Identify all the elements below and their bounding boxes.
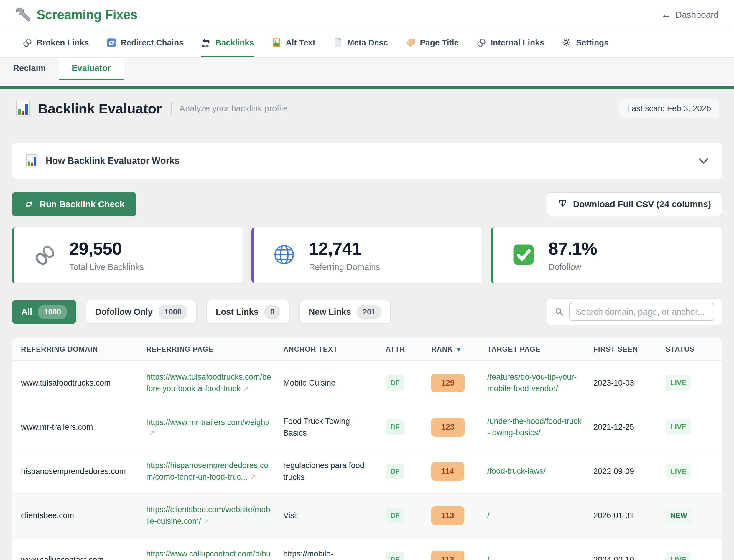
col-attr[interactable]: Attr [386, 345, 431, 353]
rank-badge: 113 [431, 551, 464, 560]
first-seen-date: 2024-02-10 [593, 555, 666, 560]
attr-badge: DF [386, 464, 404, 479]
referring-domain: www.callupcontact.com [21, 555, 146, 560]
sort-desc-icon: ▼ [456, 346, 462, 353]
referring-domain: clientsbee.com [21, 511, 146, 520]
external-link-icon: ↗ [149, 429, 154, 437]
search-box [547, 298, 722, 325]
download-button-label: Download Full CSV (24 columns) [573, 199, 711, 209]
tab-redirect-chains[interactable]: Redirect Chains [106, 29, 183, 57]
table-row: hispanosemprendedores.com https://hispan… [12, 449, 722, 494]
filter-count-badge: 1000 [159, 305, 187, 319]
bar-chart-icon [15, 100, 31, 117]
stat-referring-domains: 12,741 Referring Domains [251, 227, 483, 284]
framed-picture-icon [271, 38, 282, 48]
tab-backlinks[interactable]: BACK Backlinks [201, 29, 254, 57]
filter-count-badge: 1000 [38, 305, 67, 319]
table-row: clientsbee.com https://clientsbee.com/we… [12, 494, 722, 538]
tab-label: Backlinks [215, 38, 254, 47]
col-referring-domain[interactable]: Referring Domain [21, 345, 146, 353]
col-target-page[interactable]: Target Page [487, 345, 593, 353]
stat-value: 87.1% [548, 238, 597, 259]
tab-label: Broken Links [37, 38, 89, 47]
svg-text:BACK: BACK [202, 45, 210, 47]
target-page-link[interactable]: /food-truck-laws/ [487, 467, 546, 475]
tab-label: Meta Desc [347, 38, 388, 47]
referring-domain: hispanosemprendedores.com [21, 467, 146, 476]
anchor-text: Food Truck Towing Basics [283, 415, 386, 439]
app-logo: Screaming Fixes [15, 7, 137, 22]
page-body: Backlink Evaluator Analyze your backlink… [0, 89, 734, 560]
actions-row: Run Backlink Check Download Full CSV (24… [12, 192, 722, 216]
dashboard-link[interactable]: ← Dashboard [661, 9, 719, 20]
tab-label: Internal Links [491, 38, 544, 47]
tab-internal-links[interactable]: Internal Links [476, 29, 544, 57]
attr-badge: DF [386, 375, 404, 391]
tab-label: Settings [576, 38, 608, 47]
anchor-text: regulaciones para food trucks [283, 459, 386, 483]
back-arrow-icon: ← [661, 9, 671, 20]
tab-settings[interactable]: Settings [562, 29, 608, 57]
run-button-label: Run Backlink Check [40, 199, 124, 209]
attr-badge: DF [386, 419, 404, 435]
gear-icon [562, 38, 572, 48]
back-arrow-icon: BACK [201, 38, 211, 48]
referring-page-link[interactable]: https://www.tulsafoodtrucks.com/before-y… [146, 373, 271, 393]
page-subtitle: Analyze your backlink profile [180, 104, 288, 113]
tag-icon [406, 38, 416, 48]
accordion-title: How Backlink Evaluator Works [46, 156, 180, 166]
subtab-label: Evaluator [72, 63, 111, 73]
table-row: www.mr-trailers.com https://www.mr-trail… [12, 405, 722, 449]
sub-nav: Reclaim Evaluator [0, 58, 734, 86]
tab-label: Alt Text [286, 38, 315, 47]
col-rank-label: Rank [431, 345, 453, 353]
col-first-seen[interactable]: First Seen [593, 345, 666, 353]
external-link-icon: ↗ [203, 517, 209, 525]
tab-page-title[interactable]: Page Title [406, 29, 459, 57]
target-page-link[interactable]: /under-the-hood/food-truck-towing-basics… [487, 417, 582, 437]
page-title-row: Backlink Evaluator Analyze your backlink… [12, 89, 722, 127]
referring-page-link[interactable]: https://www.mr-trailers.com/weight/ [146, 418, 270, 427]
rank-badge: 113 [431, 506, 464, 525]
filter-dofollow-only[interactable]: Dofollow Only 1000 [86, 300, 197, 324]
status-badge: LIVE [666, 464, 691, 479]
target-page-link[interactable]: / [487, 511, 490, 520]
page-title: Backlink Evaluator [38, 101, 162, 117]
backlinks-table: Referring Domain Referring Page Anchor T… [12, 338, 722, 560]
anchor-text: Mobile Cuisine [283, 377, 386, 389]
first-seen-date: 2022-09-09 [593, 467, 666, 476]
col-referring-page[interactable]: Referring Page [146, 345, 283, 353]
download-csv-button[interactable]: Download Full CSV (24 columns) [547, 192, 722, 216]
col-anchor-text[interactable]: Anchor Text [283, 345, 386, 353]
subtab-evaluator[interactable]: Evaluator [59, 58, 124, 80]
col-status[interactable]: Status [666, 345, 722, 353]
referring-domain: www.tulsafoodtrucks.com [21, 378, 146, 388]
filter-count-badge: 0 [264, 305, 280, 319]
filter-new-links[interactable]: New Links 201 [299, 300, 391, 324]
status-badge: LIVE [666, 552, 691, 560]
app-header: Screaming Fixes ← Dashboard [0, 0, 734, 29]
dashboard-link-label: Dashboard [675, 10, 719, 20]
tab-meta-desc[interactable]: Meta Desc [333, 29, 388, 57]
main-nav: Broken Links Redirect Chains BACK Backli… [0, 29, 734, 58]
col-rank[interactable]: Rank▼ [431, 345, 487, 353]
search-input[interactable] [569, 303, 714, 321]
run-backlink-check-button[interactable]: Run Backlink Check [12, 192, 136, 216]
filter-all[interactable]: All 1000 [12, 300, 76, 324]
referring-page-link[interactable]: https://www.callupcontact.com/b/business… [146, 549, 271, 560]
attr-badge: DF [386, 508, 404, 523]
target-page-link[interactable]: /features/do-you-tip-your-mobile-food-ve… [487, 373, 577, 393]
table-header-row: Referring Domain Referring Page Anchor T… [12, 338, 722, 361]
first-seen-date: 2021-12-25 [593, 423, 666, 432]
filter-label: Dofollow Only [95, 307, 153, 317]
filter-lost-links[interactable]: Lost Links 0 [206, 300, 290, 324]
tab-broken-links[interactable]: Broken Links [22, 29, 89, 57]
subtab-reclaim[interactable]: Reclaim [0, 58, 59, 80]
first-seen-date: 2023-10-03 [593, 378, 666, 388]
rank-badge: 129 [431, 374, 465, 392]
target-page-link[interactable]: / [487, 555, 490, 560]
stat-value: 29,550 [69, 238, 144, 259]
subtab-label: Reclaim [13, 63, 46, 73]
how-it-works-accordion[interactable]: How Backlink Evaluator Works [12, 143, 722, 179]
tab-alt-text[interactable]: Alt Text [271, 29, 315, 57]
